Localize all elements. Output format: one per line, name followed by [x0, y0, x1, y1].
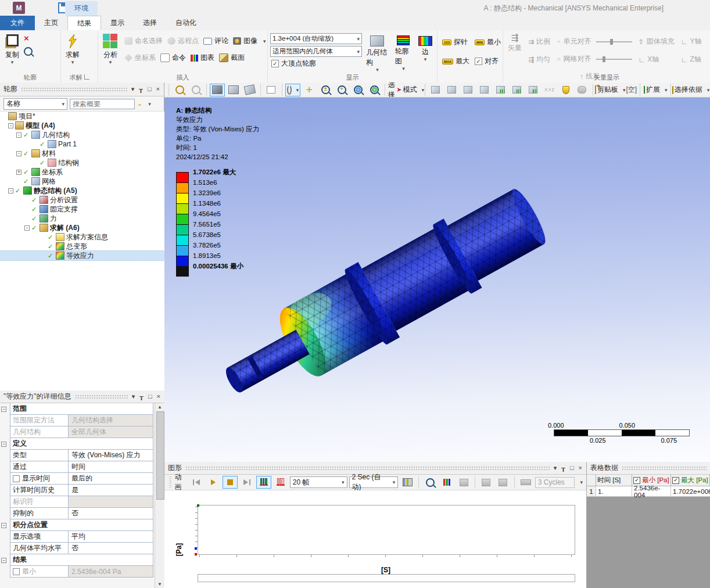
tree-item[interactable]: ✓ Part 1 — [0, 139, 164, 149]
large-vertex-contours-checkbox[interactable] — [271, 60, 279, 67]
pan-button[interactable]: ✛ — [302, 84, 317, 96]
tree-expander-icon[interactable]: - — [16, 132, 21, 138]
select-by-button[interactable]: 选择依据▾ — [674, 84, 708, 96]
tree-item[interactable]: - ✓ 求解 (A6) — [0, 223, 164, 232]
details-row[interactable]: − 几何结构 全部几何体 — [1, 426, 153, 438]
geometry-display-button[interactable]: 几何结构 ▾ — [364, 32, 391, 73]
solve-button[interactable]: 求解 ▾ — [63, 32, 82, 66]
grid-aligned-button[interactable]: ⁙ 网格对齐 — [554, 52, 594, 66]
filter-type-dropdown[interactable]: 名称▾ — [3, 98, 67, 110]
dialog-launcher-icon[interactable] — [84, 74, 89, 80]
details-row-value[interactable]: 最后的 — [69, 473, 153, 484]
select-body-filter[interactable] — [477, 84, 492, 96]
details-row[interactable]: − 通过 时间 — [1, 461, 153, 473]
select-node-filter[interactable] — [493, 84, 508, 96]
tree-item[interactable]: + ✓ 坐标系 — [0, 167, 164, 177]
panel-menu-icon[interactable]: ▾ — [131, 393, 136, 400]
section-collapse-icon[interactable]: − — [1, 442, 6, 447]
graphics-viewport[interactable]: A: 静态结构 等效应力 类型: 等效 (Von-Mises) 应力 单位: P… — [164, 98, 710, 462]
row-checkbox[interactable] — [13, 568, 20, 575]
random-colors-button[interactable] — [242, 84, 257, 96]
probe-button[interactable]: 123 探针 — [440, 35, 472, 49]
analysis-dropdown-icon[interactable]: ▾ — [109, 61, 112, 64]
result-scale-dropdown[interactable]: 1.3e+004 (自动缩放)▾ — [270, 33, 362, 44]
search-input[interactable] — [70, 99, 135, 109]
details-row[interactable]: − 抑制的 否 — [1, 508, 153, 519]
tree-item[interactable]: ✓ 网格 — [0, 177, 164, 186]
stop-button[interactable] — [223, 476, 238, 489]
details-row[interactable]: − 显示选项 平均 — [1, 531, 153, 543]
zoom-button[interactable]: ± — [318, 84, 333, 96]
details-row[interactable]: − 几何体平均水平 否 — [1, 543, 153, 554]
max-column-checkbox[interactable] — [672, 477, 679, 484]
x-axis-button[interactable]: ∟ X轴 — [636, 53, 677, 66]
coordinates-readout-icon[interactable]: X.Y.Z — [542, 84, 557, 96]
coordinate-system-button[interactable]: 坐标系 — [122, 51, 158, 64]
tree-item[interactable]: - ✓ 几何结构 — [0, 130, 164, 139]
analysis-button[interactable]: 分析 ▾ — [101, 32, 120, 66]
details-row-value[interactable]: 平均 — [69, 531, 153, 542]
toolbar-drag-handle[interactable] — [168, 84, 170, 95]
element-aligned-button[interactable]: ⁘ 单元对齐 — [554, 35, 594, 48]
find-icon[interactable] — [24, 47, 33, 56]
time-slider[interactable] — [198, 574, 575, 582]
copy-dropdown-icon[interactable]: ▾ — [11, 61, 14, 64]
shaded-exterior-edges-button[interactable] — [210, 84, 225, 96]
zoom-graph-button[interactable] — [422, 476, 438, 489]
details-row[interactable]: − 范围限定方法 几何结构选择 — [1, 415, 153, 426]
select-element-filter[interactable] — [526, 84, 541, 96]
details-row[interactable]: − 标识符 — [1, 496, 153, 508]
details-row-value[interactable] — [69, 496, 153, 507]
time-decay-chart-button[interactable] — [273, 476, 288, 489]
min-label-button[interactable]: MIN 最小 — [472, 35, 503, 49]
clipboard-button[interactable]: 剪贴板▾ — [596, 84, 625, 96]
close-icon[interactable]: × — [578, 465, 583, 471]
export-prev-button[interactable] — [479, 476, 494, 489]
copy-button[interactable]: 复制 ▾ — [2, 32, 22, 66]
section-plane-button[interactable]: 截面 — [217, 51, 247, 64]
time-cell[interactable]: 1. — [596, 486, 632, 497]
details-row[interactable]: − 显示时间 最后的 — [1, 473, 153, 485]
kinematics-button[interactable] — [518, 476, 533, 489]
tree-item[interactable]: ✓ 力 — [0, 214, 164, 223]
pin-icon[interactable]: ┰ — [138, 86, 144, 92]
frames-dropdown[interactable]: 20 帧▾ — [290, 476, 347, 488]
tree-expander-icon[interactable]: + — [16, 170, 21, 175]
plot-area[interactable] — [198, 505, 575, 555]
tree-expander-icon[interactable]: - — [8, 188, 13, 193]
section-collapse-icon[interactable]: − — [1, 523, 6, 528]
result-sets-chart-button[interactable] — [256, 476, 271, 489]
max-column-header[interactable]: 最大 [Pa] — [671, 475, 710, 486]
solid-fill-button[interactable]: ⇧ 固体填充 — [636, 35, 677, 48]
tree-item[interactable]: ✓ 等效应力 — [0, 251, 164, 260]
section-collapse-icon[interactable]: − — [1, 558, 6, 563]
y-axis-button[interactable]: ∟ Y轴 — [679, 35, 704, 48]
ribbon-tab[interactable]: 结果 — [67, 16, 101, 31]
camera-button[interactable] — [456, 476, 471, 489]
label-tag-icon[interactable] — [558, 84, 573, 96]
tree-item[interactable]: ✓ 项目* — [0, 112, 164, 121]
select-vertex-filter[interactable] — [428, 84, 443, 96]
details-row-value[interactable]: 几何结构选择 — [69, 415, 153, 426]
ribbon-tab[interactable]: 主页 — [35, 16, 67, 30]
details-row[interactable]: − 最小 2.5436e-004 Pa — [1, 566, 153, 578]
tree-expander-icon[interactable]: - — [16, 151, 21, 156]
details-row[interactable]: − 积分点位置 — [1, 519, 153, 531]
table-row[interactable]: 1 1. 2.5436e-004 1.7022e+006 — [587, 486, 710, 497]
remote-point-button[interactable]: 远程点 — [165, 34, 201, 48]
contours-button[interactable]: 轮廓图 ▾ — [393, 32, 414, 72]
tree-item[interactable]: ✓ 固定支撑 — [0, 205, 164, 214]
ribbon-tab[interactable]: 显示 — [101, 16, 134, 30]
ribbon-tab[interactable]: 选择 — [134, 16, 166, 30]
row-checkbox[interactable] — [13, 475, 20, 482]
proportional-button[interactable]: ⇉ 比例 — [526, 35, 553, 48]
tree-item[interactable]: ✓ 求解方案信息 — [0, 232, 164, 242]
play-button[interactable] — [206, 476, 221, 489]
details-row-value[interactable]: 等效 (Von-Mises) 应力 — [69, 450, 153, 461]
image-button[interactable]: 图像▾ — [231, 34, 268, 48]
mode-button[interactable]: ➤ 模式▾ — [399, 84, 422, 96]
export-video-button[interactable] — [400, 476, 415, 489]
element-aligned-slider[interactable] — [596, 41, 632, 42]
max-cell[interactable]: 1.7022e+006 — [671, 486, 710, 497]
time-column-header[interactable]: 时间 [S] — [596, 475, 632, 486]
